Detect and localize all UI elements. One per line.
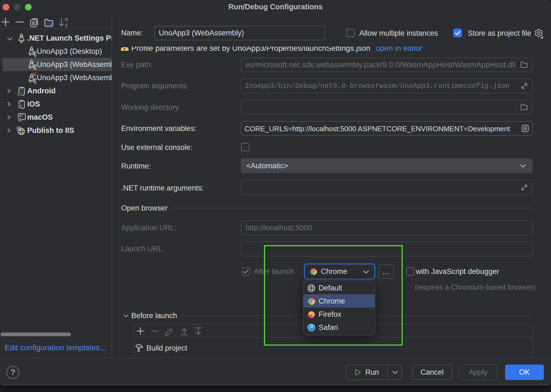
svg-text:?: ? xyxy=(10,368,15,377)
svg-text:z: z xyxy=(65,22,68,28)
svg-text:a: a xyxy=(65,16,68,22)
